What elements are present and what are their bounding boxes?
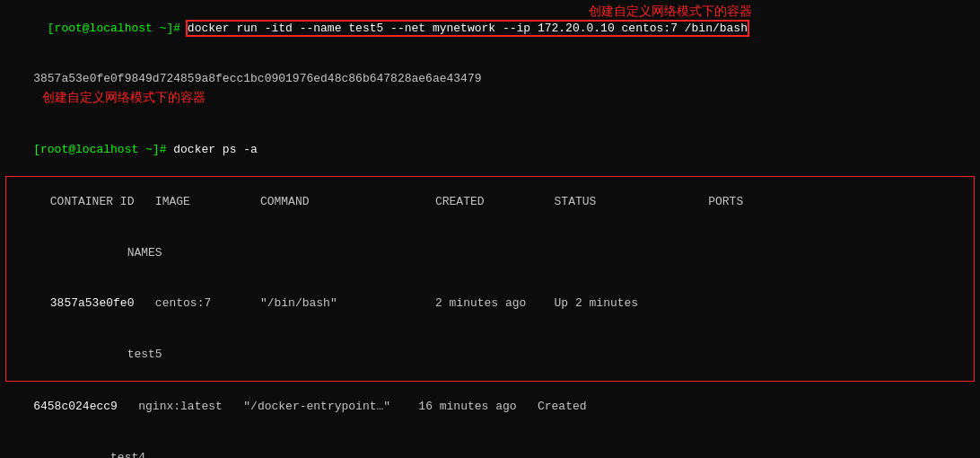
- row2-image: nginx:latest: [118, 400, 243, 413]
- row2-name: test4: [33, 451, 145, 458]
- col-status: STATUS: [555, 195, 652, 208]
- names-label: NAMES: [50, 246, 162, 260]
- row1-status: Up 2 minutes: [555, 296, 639, 310]
- container-table: CONTAINER ID IMAGE COMMAND CREATED STATU…: [5, 176, 975, 381]
- row1-created: 2 minutes ago: [435, 296, 555, 310]
- row2-container-id: 6458c024ecc9: [33, 400, 118, 413]
- col-ports: PORTS: [652, 195, 743, 208]
- prompt-1: [root@localhost ~]#: [48, 22, 188, 35]
- hash-output: 3857a53e0fe0f9849d724859a8fecc1bc0901976…: [5, 55, 975, 125]
- annotation-custom-network: 创建自定义网络模式下的容器: [589, 4, 752, 20]
- row1-image: centos:7: [134, 296, 259, 310]
- command-line-2: [root@localhost ~]# docker ps -a: [5, 125, 975, 176]
- table-names-header: NAMES: [8, 228, 972, 279]
- docker-run-command: docker run -itd --name test5 --net mynet…: [188, 22, 748, 35]
- row2-created: 16 minutes ago: [418, 400, 538, 413]
- command-line-1: [root@localhost ~]# docker run -itd --na…: [5, 4, 975, 55]
- table-header-row: CONTAINER ID IMAGE COMMAND CREATED STATU…: [8, 177, 972, 228]
- row2-command: "/docker-entrypoint…": [243, 400, 418, 413]
- table-row-1-name: test5: [8, 330, 972, 381]
- row1-name: test5: [50, 348, 162, 361]
- table-row-2-id: 6458c024ecc9 nginx:latest "/docker-entry…: [5, 383, 975, 434]
- annotation-inline: 创建自定义网络模式下的容器: [42, 90, 206, 104]
- table-row-1-id: 3857a53e0fe0 centos:7 "/bin/bash" 2 minu…: [8, 279, 972, 330]
- col-container-id: CONTAINER ID: [50, 195, 135, 208]
- row1-container-id: 3857a53e0fe0: [50, 296, 135, 310]
- terminal: [root@localhost ~]# docker run -itd --na…: [0, 0, 980, 458]
- docker-ps-command: docker ps -a: [173, 143, 258, 156]
- col-image: IMAGE: [134, 195, 259, 208]
- col-command: COMMAND: [260, 195, 435, 208]
- row2-status: Created: [538, 400, 587, 413]
- table-row-2-name: test4: [5, 433, 975, 458]
- prompt-2: [root@localhost ~]#: [33, 143, 173, 156]
- col-created: CREATED: [435, 195, 555, 208]
- row1-command: "/bin/bash": [260, 296, 435, 310]
- hash-text: 3857a53e0fe0f9849d724859a8fecc1bc0901976…: [33, 72, 481, 85]
